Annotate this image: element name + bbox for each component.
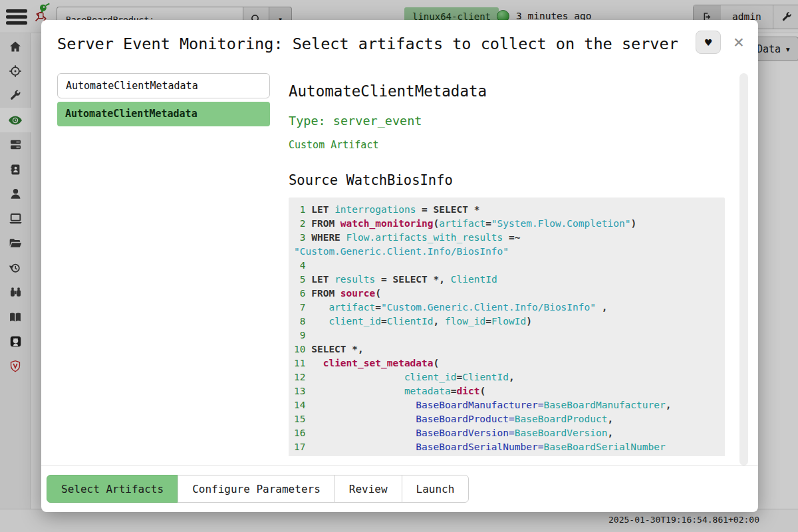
modal-title: Server Event Monitoring: Select artifact… xyxy=(57,33,742,56)
code-line: 3 WHERE Flow.artifacts_with_results =~ "… xyxy=(294,231,720,259)
server-event-monitoring-modal: Server Event Monitoring: Select artifact… xyxy=(41,20,758,512)
artifact-selector-panel: AutomateClientMetadata xyxy=(57,73,270,456)
code-line: 15 BaseBoardProduct=BaseBoardProduct, xyxy=(294,412,720,426)
modal-footer: Select ArtifactsConfigure ParametersRevi… xyxy=(41,466,758,512)
code-line: 14 BaseBoardManufacturer=BaseBoardManufa… xyxy=(294,398,720,412)
code-line: 11 client_set_metadata( xyxy=(294,356,720,370)
artifact-details-panel: AutomateClientMetadata Type: server_even… xyxy=(289,73,749,456)
code-line: 7 artifact="Custom.Generic.Client.Info/B… xyxy=(294,301,720,315)
code-line: 9 xyxy=(294,329,720,342)
custom-artifact-label: Custom Artifact xyxy=(289,139,726,151)
artifact-list: AutomateClientMetadata xyxy=(57,102,270,126)
favorite-button[interactable]: ♥ xyxy=(696,31,721,54)
wizard-step-launch[interactable]: Launch xyxy=(402,475,469,503)
wizard-step-configure-parameters[interactable]: Configure Parameters xyxy=(178,475,335,503)
modal-header: Server Event Monitoring: Select artifact… xyxy=(41,20,758,64)
code-line: 2 FROM watch_monitoring(artifact="System… xyxy=(294,217,720,231)
code-line: 1 LET interrogations = SELECT * xyxy=(294,203,720,217)
code-line: 13 metadata=dict( xyxy=(294,384,720,398)
app-window: ▾ linux64-client 3 minutes ago admin xyxy=(0,0,798,532)
code-line: 5 LET results = SELECT *, ClientId xyxy=(294,273,720,287)
artifact-name-heading: AutomateClientMetadata xyxy=(289,82,726,100)
details-scrollbar[interactable] xyxy=(739,73,748,466)
wizard-steps: Select ArtifactsConfigure ParametersRevi… xyxy=(47,475,758,503)
vql-code-block: 1 LET interrogations = SELECT * 2 FROM w… xyxy=(289,198,725,456)
code-line: 8 client_id=ClientId, flow_id=FlowId) xyxy=(294,315,720,329)
close-icon: × xyxy=(733,31,744,52)
artifact-list-item[interactable]: AutomateClientMetadata xyxy=(57,102,270,126)
wizard-step-select-artifacts[interactable]: Select Artifacts xyxy=(47,475,178,503)
modal-body: AutomateClientMetadata AutomateClientMet… xyxy=(41,64,758,466)
code-line: 18 ) xyxy=(294,454,720,456)
code-line: 12 client_id=ClientId, xyxy=(294,370,720,384)
artifact-type-line: Type: server_event xyxy=(289,114,726,128)
code-line: 10 SELECT *, xyxy=(294,342,720,356)
code-line: 4 xyxy=(294,259,720,273)
modal-close-button[interactable]: × xyxy=(728,30,749,53)
code-line: 17 BaseBoardSerialNumber=BaseBoardSerial… xyxy=(294,440,720,454)
wizard-step-review[interactable]: Review xyxy=(334,475,402,503)
heart-icon: ♥ xyxy=(705,36,712,49)
code-line: 6 FROM source( xyxy=(294,287,720,301)
source-heading: Source WatchBiosInfo xyxy=(289,172,726,188)
code-line: 16 BaseBoardVersion=BaseBoardVersion, xyxy=(294,426,720,440)
artifact-search-input[interactable] xyxy=(57,73,270,98)
